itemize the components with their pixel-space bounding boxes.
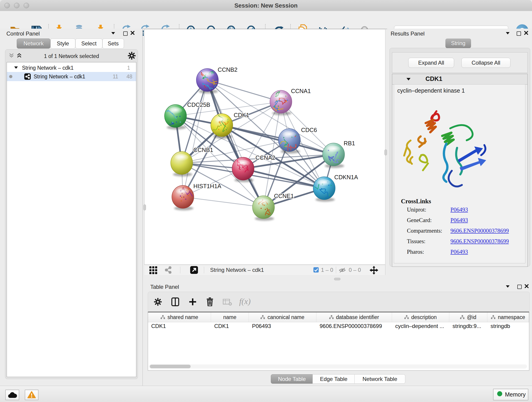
warning-button[interactable]	[25, 390, 38, 400]
crosslink-value-link[interactable]: 9606.ENSP00000378699	[450, 228, 509, 234]
crosslink-label: Pharos:	[407, 249, 424, 255]
show-columns-icon[interactable]	[171, 297, 179, 306]
cdk1-section-header[interactable]: CDK1	[392, 74, 527, 85]
network-list-groupbox: 1 of 1 Network selected String Network –…	[5, 49, 138, 379]
cdk1-content: cyclin–dependent kinase 1	[394, 84, 525, 263]
tab-sets[interactable]: Sets	[102, 38, 124, 49]
collection-expand-icon[interactable]	[14, 66, 18, 69]
control-panel-title: Control Panel	[6, 31, 40, 37]
expand-all-button[interactable]: Expand All	[408, 58, 454, 68]
tab-edge-table[interactable]: Edge Table	[312, 374, 355, 384]
column-header-name[interactable]: name	[211, 313, 249, 322]
crosslink-value-link[interactable]: P06493	[450, 206, 468, 213]
add-column-icon[interactable]	[189, 298, 196, 306]
edge-CCNE1-HIST1H1A[interactable]	[183, 197, 264, 207]
column-type-icon	[460, 315, 465, 319]
bottom-splitter-handle[interactable]	[334, 278, 341, 280]
table-cell[interactable]: 9606.ENSP00000378699	[317, 322, 392, 331]
control-panel-float-icon[interactable]	[123, 32, 128, 36]
memory-button[interactable]: Memory	[493, 389, 528, 400]
scrollbar-thumb[interactable]	[150, 365, 191, 368]
network-status-dot	[9, 75, 12, 78]
network-options-gear-icon[interactable]	[128, 51, 136, 60]
network-graph[interactable]: CCNB2CCNA1CDC25BCDK1CDC6RB1CCNB1CCNA2CDK…	[145, 29, 385, 264]
results-panel-title: Results Panel	[391, 31, 424, 37]
column-header-description[interactable]: description	[392, 313, 449, 322]
table-panel-close-icon[interactable]	[525, 284, 529, 289]
network-row-selected[interactable]: String Network – cdk1 11 48	[7, 72, 136, 81]
right-splitter-handle[interactable]	[385, 149, 387, 155]
node-table: shared namename canonical name database …	[148, 312, 529, 370]
string-results-container: Expand All Collapse All CDK1 cyclin–depe…	[389, 48, 530, 267]
selected-checkbox[interactable]	[313, 267, 319, 273]
column-header-canonical-name[interactable]: canonical name	[249, 313, 317, 322]
tab-string[interactable]: String	[445, 38, 471, 48]
control-panel-close-icon[interactable]	[131, 31, 134, 36]
netbar-separator	[204, 267, 204, 274]
results-panel-menu-icon[interactable]	[506, 32, 510, 34]
application-window: Session: New Session	[0, 0, 532, 402]
cloud-button[interactable]	[5, 390, 19, 400]
table-row[interactable]: CDK1CDK1P064939606.ENSP00000378699cyclin…	[148, 322, 529, 331]
column-header-label: description	[411, 314, 437, 320]
column-type-icon	[329, 315, 334, 319]
table-cell[interactable]: P06493	[249, 322, 317, 331]
column-header-label: canonical name	[267, 314, 304, 320]
control-panel-menu-icon[interactable]	[111, 32, 115, 34]
crosslink-label: GeneCard:	[407, 217, 432, 223]
tab-edge-table-label: Edge Table	[320, 376, 348, 382]
left-splitter-handle[interactable]	[143, 204, 146, 211]
delete-column-icon[interactable]	[206, 298, 214, 306]
crosslink-value-link[interactable]: 9606.ENSP00000378699	[450, 238, 509, 245]
table-horizontal-scrollbar[interactable]	[149, 364, 527, 369]
cdk1-collapse-icon[interactable]	[406, 78, 411, 80]
node-label-CCNB1: CCNB1	[193, 147, 213, 153]
tab-select[interactable]: Select	[75, 38, 102, 49]
tab-network-table[interactable]: Network Table	[355, 374, 405, 384]
table-panel-float-icon[interactable]	[517, 285, 522, 289]
column-type-icon	[404, 315, 409, 319]
results-panel-float-icon[interactable]	[517, 32, 521, 36]
network-collection-row[interactable]: String Network – cdk1 1	[7, 64, 136, 72]
tab-node-table[interactable]: Node Table	[271, 374, 313, 384]
table-cell[interactable]: CDK1	[148, 322, 211, 331]
network-list: String Network – cdk1 1 String Network –…	[7, 62, 136, 377]
table-cell[interactable]: stringdb:9...	[449, 322, 487, 331]
open-in-new-window-icon[interactable]	[190, 266, 198, 274]
table-cell[interactable]: cyclin–dependent ...	[392, 322, 449, 331]
table-settings-gear-icon[interactable]	[154, 298, 162, 306]
edge-CCNA1-CCNB2[interactable]	[207, 80, 281, 102]
network-canvas[interactable]: CCNB2CCNA1CDC25BCDK1CDC6RB1CCNB1CCNA2CDK…	[144, 29, 385, 265]
crosslink-row: Uniprot:P06493	[394, 206, 525, 217]
node-RB1[interactable]: RB1	[323, 140, 355, 168]
results-panel-close-icon[interactable]	[524, 31, 528, 36]
column-header-namespace[interactable]: namespace	[487, 313, 529, 322]
table-panel-menu-icon[interactable]	[506, 285, 510, 288]
tab-node-table-label: Node Table	[278, 376, 306, 382]
table-cell[interactable]: CDK1	[211, 322, 249, 331]
function-builder-icon: f(x)	[239, 297, 251, 306]
tab-style[interactable]: Style	[51, 38, 75, 49]
table-cell[interactable]: stringdb	[487, 322, 529, 331]
hidden-count: 0 – 0	[349, 267, 361, 273]
tab-network[interactable]: Network	[17, 38, 51, 49]
network-edge-count: 48	[127, 74, 133, 80]
column-header--id[interactable]: @id	[449, 313, 487, 322]
node-label-CDC25B: CDC25B	[187, 102, 210, 108]
collection-count: 1	[127, 65, 130, 71]
hidden-eye-icon[interactable]	[339, 267, 346, 273]
column-header-shared-name[interactable]: shared name	[148, 313, 211, 322]
node-CCNE1[interactable]: CCNE1	[253, 193, 294, 221]
node-CDKN1A[interactable]: CDKN1A	[311, 174, 358, 202]
collapse-all-button[interactable]: Collapse All	[462, 58, 510, 68]
network-share-icon	[24, 73, 31, 80]
node-HIST1H1A[interactable]: HIST1H1A	[172, 181, 221, 211]
grid-view-icon[interactable]	[149, 266, 157, 274]
birds-eye-navigator-icon[interactable]	[369, 266, 379, 275]
expand-collapse-box: Expand All Collapse All	[392, 52, 528, 73]
column-header-database-identifier[interactable]: database identifier	[317, 313, 392, 322]
network-view-share-icon[interactable]	[165, 266, 172, 274]
node-CDK1[interactable]: CDK1	[211, 112, 249, 139]
crosslink-value-link[interactable]: P06493	[450, 249, 468, 255]
crosslink-value-link[interactable]: P06493	[450, 217, 468, 223]
